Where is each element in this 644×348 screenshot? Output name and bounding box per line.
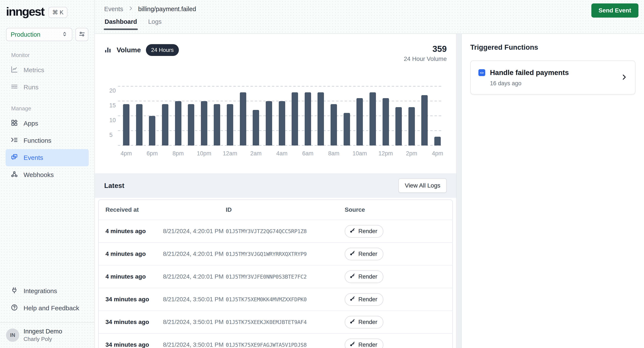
nav-section-label: Manage [11,105,89,112]
cell-event-id: 01J5TK75XEEKJK0EMJBTET9AF4 [226,319,345,325]
x-axis-tick-label: 6pm [146,150,158,157]
x-axis-slot [240,148,246,159]
cell-event-id: 01J5TK75XE9FAGJWTA5V1PDJS8 [226,342,345,348]
source-badge-render[interactable]: Render [345,338,384,348]
sidebar-item-metrics[interactable]: Metrics [6,62,89,79]
x-axis-slot: 10pm [201,148,207,159]
volume-bar[interactable] [201,101,207,145]
volume-bar[interactable] [188,104,194,145]
x-axis-slot: 12am [227,148,233,159]
table-row[interactable]: 34 minutes ago8/21/2024, 3:50:01 PM01J5T… [99,310,452,333]
volume-bar[interactable] [421,95,428,145]
breadcrumb-current: billing/payment.failed [138,6,196,13]
source-badge-render[interactable]: Render [345,316,384,328]
table-row[interactable]: 4 minutes ago8/21/2024, 4:20:01 PM01J5TM… [99,220,452,242]
render-key-icon [350,273,356,280]
x-axis-tick-label: 12pm [378,150,393,157]
volume-bar[interactable] [266,101,272,145]
source-badge-render[interactable]: Render [345,270,384,283]
x-axis-slot: 2pm [408,148,415,159]
send-event-button[interactable]: Send Event [591,4,638,18]
sidebar-item-help-and-feedback[interactable]: Help and Feedback [6,300,89,317]
volume-bar[interactable] [396,107,402,145]
volume-bar[interactable] [214,104,220,145]
volume-bar[interactable] [305,92,311,145]
received-relative: 34 minutes ago [106,341,149,348]
volume-bar[interactable] [370,92,376,145]
table-row[interactable]: 4 minutes ago8/21/2024, 4:20:01 PM01J5TM… [99,265,452,288]
cell-source: Render [345,225,452,238]
view-all-logs-button[interactable]: View All Logs [398,178,447,193]
column-id: ID [226,206,345,213]
volume-bar[interactable] [227,104,233,145]
x-axis-tick-label: 10am [352,150,367,157]
x-axis-tick-label: 8am [328,150,340,157]
sidebar-item-apps[interactable]: Apps [6,115,89,132]
x-axis-tick-label: 2pm [406,150,417,157]
table-row[interactable]: 34 minutes ago8/21/2024, 3:50:01 PM01J5T… [99,333,452,348]
events-table-body: 4 minutes ago8/21/2024, 4:20:01 PM01J5TM… [99,220,452,348]
volume-bar[interactable] [382,98,389,145]
volume-bar[interactable] [175,101,182,145]
command-k-shortcut[interactable]: ⌘ K [48,7,68,18]
volume-bar[interactable] [318,92,324,145]
event-dashboard-column: Volume 24 Hours 359 24 Hour Volume 51015… [95,34,456,348]
volume-bar[interactable] [434,137,441,145]
sidebar-item-integrations[interactable]: Integrations [6,282,89,300]
source-label: Render [358,273,378,280]
user-org: Inngest Demo [24,328,62,335]
environment-settings-button[interactable] [75,28,88,41]
volume-bar[interactable] [240,92,246,145]
volume-bar[interactable] [253,110,259,145]
tabs: DashboardLogs [104,18,644,30]
user-name: Charly Poly [24,336,62,342]
x-axis-tick-label: 8pm [172,150,184,157]
volume-bar[interactable] [408,107,415,145]
cell-source: Render [345,316,452,328]
breadcrumb-events-link[interactable]: Events [104,6,123,13]
volume-bar[interactable] [162,104,168,145]
bar-chart-icon [104,46,112,54]
x-axis-slot [396,148,402,159]
function-card[interactable]: <> Handle failed payments 16 days ago [470,60,636,94]
tab-dashboard[interactable]: Dashboard [104,18,137,30]
x-axis-slot [266,148,272,159]
volume-bar[interactable] [344,113,350,145]
sidebar-item-events[interactable]: Events [6,149,89,166]
x-axis-tick-label: 12am [223,150,237,157]
x-axis-slot [188,148,194,159]
tab-logs[interactable]: Logs [148,18,162,30]
source-badge-render[interactable]: Render [345,225,384,238]
volume-bar[interactable] [330,104,337,145]
cell-received-at: 34 minutes ago8/21/2024, 3:50:01 PM [106,296,226,303]
volume-bar[interactable] [279,101,285,145]
sidebar-item-webhooks[interactable]: Webhooks [6,166,89,184]
sidebar-nav: MonitorMetricsRunsManageAppsFunctionsEve… [0,52,94,184]
source-badge-render[interactable]: Render [345,248,384,260]
nav-section-label: Monitor [11,52,89,59]
volume-bar[interactable] [149,116,155,145]
sidebar-item-functions[interactable]: Functions [6,132,89,149]
time-range-badge[interactable]: 24 Hours [146,44,179,56]
x-axis-slot: 2am [253,148,259,159]
table-row[interactable]: 4 minutes ago8/21/2024, 4:20:01 PM01J5TM… [99,242,452,265]
nav-section-gap [6,96,89,105]
x-axis-slot: 6am [305,148,311,159]
volume-bar[interactable] [292,92,298,145]
help-icon [11,304,18,313]
volume-chart: 5101520 [109,86,442,145]
environment-selector[interactable]: Production [6,28,72,41]
user-menu[interactable]: IN Inngest Demo Charly Poly [0,323,94,348]
sidebar-item-runs[interactable]: Runs [6,79,89,96]
x-axis-tick-label: 6am [302,150,314,157]
cell-received-at: 34 minutes ago8/21/2024, 3:50:01 PM [106,341,226,348]
source-badge-render[interactable]: Render [345,293,384,306]
volume-title: Volume [116,46,141,54]
volume-bar[interactable] [136,104,142,145]
cell-event-id: 01J5TMY3VJTZ2QG74QCC5RP1Z8 [226,228,345,234]
y-axis-tick-label: 20 [109,87,116,94]
cell-source: Render [345,248,452,260]
volume-bar[interactable] [123,104,130,145]
volume-bar[interactable] [356,98,363,145]
table-row[interactable]: 34 minutes ago8/21/2024, 3:50:01 PM01J5T… [99,288,452,310]
